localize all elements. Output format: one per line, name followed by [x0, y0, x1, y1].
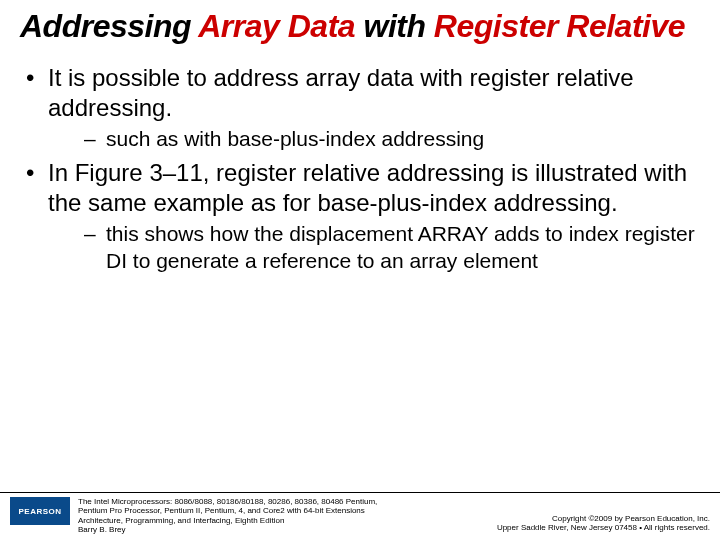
- sub-item: this shows how the displacement ARRAY ad…: [48, 220, 700, 275]
- copyright-line: Upper Saddle River, New Jersey 07458 • A…: [497, 523, 710, 532]
- book-line: Barry B. Brey: [78, 525, 489, 534]
- title-accent1: Array Data: [198, 8, 355, 44]
- sub-item: such as with base-plus-index addressing: [48, 125, 700, 152]
- book-line: Pentium Pro Processor, Pentium II, Penti…: [78, 506, 489, 515]
- book-info: The Intel Microprocessors: 8086/8088, 80…: [78, 497, 489, 534]
- bullet-item: In Figure 3–11, register relative addres…: [20, 158, 700, 275]
- slide: Addressing Array Data with Register Rela…: [0, 0, 720, 540]
- pearson-logo: PEARSON: [10, 497, 70, 525]
- sub-text: such as with base-plus-index addressing: [106, 127, 484, 150]
- copyright-line: Copyright ©2009 by Pearson Education, In…: [497, 514, 710, 523]
- book-line: The Intel Microprocessors: 8086/8088, 80…: [78, 497, 489, 506]
- sub-text: this shows how the displacement ARRAY ad…: [106, 222, 695, 272]
- bullet-list: It is possible to address array data wit…: [20, 63, 700, 275]
- title-part1: Addressing: [20, 8, 198, 44]
- title-part2: with: [355, 8, 434, 44]
- slide-content: It is possible to address array data wit…: [20, 63, 700, 540]
- logo-text: PEARSON: [18, 507, 61, 516]
- sub-list: such as with base-plus-index addressing: [48, 125, 700, 152]
- sub-list: this shows how the displacement ARRAY ad…: [48, 220, 700, 275]
- slide-title: Addressing Array Data with Register Rela…: [20, 8, 700, 45]
- book-line: Architecture, Programming, and Interfaci…: [78, 516, 489, 525]
- title-accent2: Register Relative: [434, 8, 685, 44]
- copyright: Copyright ©2009 by Pearson Education, In…: [497, 514, 710, 534]
- bullet-item: It is possible to address array data wit…: [20, 63, 700, 152]
- footer: PEARSON The Intel Microprocessors: 8086/…: [0, 492, 720, 540]
- bullet-text: It is possible to address array data wit…: [48, 64, 634, 121]
- bullet-text: In Figure 3–11, register relative addres…: [48, 159, 687, 216]
